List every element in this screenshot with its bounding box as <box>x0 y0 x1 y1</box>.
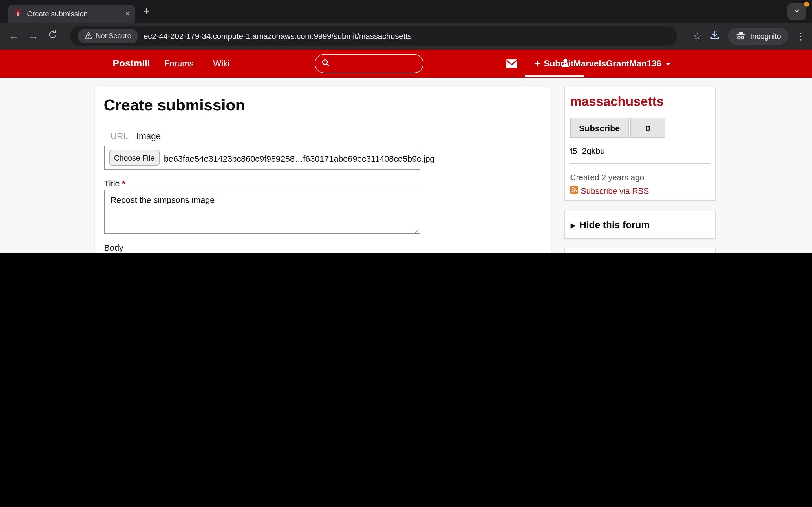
browser-tab-strip: Create submission × + <box>0 0 812 22</box>
title-label: Title * <box>104 179 125 188</box>
nav-wiki[interactable]: Wiki <box>213 50 230 78</box>
tab-url[interactable]: URL <box>110 131 128 142</box>
browser-update-dot <box>804 2 809 7</box>
forum-created: Created 2 years ago <box>570 173 644 182</box>
forward-button[interactable]: → <box>24 30 43 42</box>
bookmark-star-icon[interactable]: ☆ <box>693 30 702 42</box>
brand-link[interactable]: Postmill <box>113 50 150 78</box>
warning-icon <box>85 32 93 41</box>
tab-search-button[interactable] <box>787 3 806 20</box>
toolbar-right: ☆ Incognito ⋮ <box>693 22 812 50</box>
username: MarvelsGrantMan136 <box>573 59 661 69</box>
person-icon <box>561 58 569 69</box>
toolbox-card: Toolbox Bans Moderation log <box>564 248 716 253</box>
rss-link[interactable]: Subscribe via RSS <box>570 186 649 195</box>
subscribe-row: Subscribe 0 <box>570 118 665 138</box>
forum-name-link[interactable]: massachusetts <box>570 94 664 109</box>
hide-forum-toggle[interactable]: ▶ Hide this forum <box>571 211 650 239</box>
url-text[interactable]: ec2-44-202-179-34.compute-1.amazonaws.co… <box>144 32 412 41</box>
screen: Create submission × + ← → <box>0 0 812 253</box>
rss-icon <box>570 186 578 195</box>
resize-handle-icon[interactable] <box>413 227 419 237</box>
browser-tab[interactable]: Create submission × <box>8 4 135 22</box>
back-button[interactable]: ← <box>4 30 24 42</box>
details-marker-icon: ▶ <box>571 222 575 229</box>
browser-toolbar: ← → Not Secure ec2-44-202-179-34.compute… <box>0 22 812 50</box>
caret-down-icon <box>665 62 671 65</box>
divider <box>570 163 710 164</box>
tab-image[interactable]: Image <box>137 131 161 142</box>
incognito-icon <box>735 31 746 41</box>
site-header: Postmill Forums Wiki + Submit <box>0 50 812 78</box>
file-name: be63fae54e31423bc860c9f959258…f630171abe… <box>164 147 435 170</box>
reload-button[interactable] <box>43 30 62 42</box>
choose-file-button[interactable]: Choose File <box>109 150 159 166</box>
site-search-input[interactable] <box>315 54 423 73</box>
messages-envelope-icon[interactable] <box>506 59 518 70</box>
body-label: Body <box>104 243 123 252</box>
subscriber-count: 0 <box>630 118 665 138</box>
rss-label: Subscribe via RSS <box>581 186 649 195</box>
search-icon <box>321 58 330 69</box>
download-icon[interactable] <box>709 30 720 43</box>
incognito-chip[interactable]: Incognito <box>728 27 788 45</box>
hide-forum-label: Hide this forum <box>579 220 650 231</box>
tab-title: Create submission <box>27 9 121 18</box>
user-menu[interactable]: MarvelsGrantMan136 <box>561 50 671 78</box>
page-title: Create submission <box>104 96 245 114</box>
address-bar[interactable]: Not Secure ec2-44-202-179-34.compute-1.a… <box>70 26 677 46</box>
security-label: Not Secure <box>96 32 131 40</box>
hide-forum-card: ▶ Hide this forum <box>564 211 716 239</box>
image-file-input[interactable]: Choose File be63fae54e31423bc860c9f95925… <box>104 146 420 170</box>
incognito-label: Incognito <box>750 32 781 40</box>
required-asterisk: * <box>122 179 125 188</box>
new-tab-button[interactable]: + <box>143 7 149 16</box>
forum-id: t5_2qkbu <box>570 146 605 156</box>
create-submission-form: Create submission URL Image Choose File … <box>95 87 552 253</box>
browser-menu-icon[interactable]: ⋮ <box>796 31 805 41</box>
tab-close-icon[interactable]: × <box>125 10 130 17</box>
nav-forums[interactable]: Forums <box>164 50 194 78</box>
plus-icon: + <box>535 58 541 69</box>
chevron-down-icon <box>792 6 801 17</box>
subscribe-button[interactable]: Subscribe <box>570 118 629 138</box>
postmill-favicon-icon <box>13 8 22 19</box>
forum-info-card: massachusetts Subscribe 0 t5_2qkbu Creat… <box>564 87 716 201</box>
title-field[interactable]: Repost the simpsons image <box>104 190 420 234</box>
security-chip[interactable]: Not Secure <box>78 29 138 43</box>
